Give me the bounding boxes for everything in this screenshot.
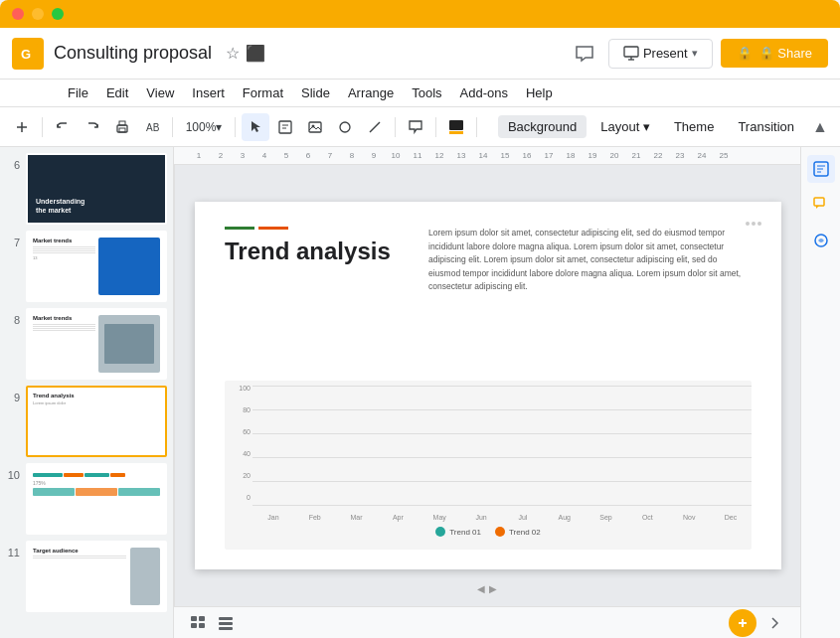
ruler-marks-top: 1 2 3 4 5 6 7 8 9 10 11 12 13 14 15 16 1… bbox=[188, 151, 735, 160]
x-label-feb: Feb bbox=[294, 514, 336, 521]
shape-tool[interactable] bbox=[331, 113, 359, 141]
star-icon[interactable]: ☆ bbox=[226, 44, 240, 63]
pointer-tool[interactable] bbox=[242, 113, 269, 141]
chart-bars bbox=[252, 386, 750, 505]
svg-rect-33 bbox=[814, 198, 824, 206]
menu-tools[interactable]: Tools bbox=[404, 81, 449, 104]
slide-item-7[interactable]: 7 Market trends 13 bbox=[6, 231, 167, 302]
line-tool[interactable] bbox=[361, 113, 389, 141]
svg-rect-20 bbox=[191, 616, 197, 621]
slide-thumb-9[interactable]: Trend analysis Lorem ipsum dolor bbox=[26, 386, 167, 457]
slide-menu-dots[interactable] bbox=[746, 222, 761, 226]
y-label-60: 60 bbox=[227, 428, 251, 435]
menu-view[interactable]: View bbox=[138, 81, 182, 104]
menu-slide[interactable]: Slide bbox=[293, 81, 338, 104]
x-label-apr: Apr bbox=[377, 514, 419, 521]
grid-view-button[interactable] bbox=[186, 611, 210, 635]
present-button[interactable]: Present ▾ bbox=[608, 39, 713, 69]
slide-thumb-8[interactable]: Market trends bbox=[26, 308, 167, 380]
legend-trend01: Trend 01 bbox=[435, 527, 481, 537]
svg-rect-2 bbox=[624, 47, 638, 57]
menu-edit[interactable]: Edit bbox=[98, 81, 136, 104]
svg-text:G: G bbox=[21, 47, 31, 62]
slide-item-8[interactable]: 8 Market trends bbox=[6, 308, 167, 380]
slide-thumb-10[interactable]: 175% bbox=[26, 463, 167, 535]
toolbar-sep-6 bbox=[476, 117, 477, 137]
chart-legend: Trend 01 Trend 02 bbox=[225, 527, 752, 541]
slide-number-7: 7 bbox=[6, 237, 20, 248]
tab-layout[interactable]: Layout ▾ bbox=[590, 115, 660, 138]
menu-help[interactable]: Help bbox=[518, 81, 561, 104]
comments-panel-button[interactable] bbox=[807, 191, 835, 219]
toolbar-sep-3 bbox=[235, 117, 236, 137]
legend-trend02: Trend 02 bbox=[495, 527, 541, 537]
image-tool[interactable] bbox=[301, 113, 329, 141]
toolbar-sep-2 bbox=[172, 117, 173, 137]
x-label-may: May bbox=[419, 514, 460, 521]
comment-icon[interactable] bbox=[569, 38, 600, 70]
tab-theme[interactable]: Theme bbox=[664, 115, 724, 138]
x-label-dec: Dec bbox=[710, 514, 752, 521]
accent-line-orange bbox=[258, 227, 288, 230]
svg-marker-34 bbox=[816, 206, 819, 209]
doc-title[interactable]: Consulting proposal bbox=[54, 43, 212, 64]
undo-button[interactable] bbox=[49, 113, 77, 141]
slide-thumb-6[interactable]: Understandingthe market bbox=[26, 153, 167, 225]
slide-canvas[interactable]: Trend analysis Lorem ipsum dolor sit ame… bbox=[195, 202, 781, 569]
canvas-area: 1 2 3 4 5 6 7 8 9 10 11 12 13 14 15 16 1… bbox=[174, 147, 800, 638]
x-label-mar: Mar bbox=[336, 514, 378, 521]
menu-arrange[interactable]: Arrange bbox=[340, 81, 402, 104]
minimize-button[interactable] bbox=[32, 8, 44, 20]
legend-dot-orange bbox=[495, 527, 505, 537]
menu-addons[interactable]: Add-ons bbox=[452, 81, 516, 104]
redo-button[interactable] bbox=[79, 113, 106, 141]
slide-number-9: 9 bbox=[6, 392, 20, 403]
slide-panel[interactable]: 6 Understandingthe market 7 Market trend… bbox=[0, 147, 174, 638]
text-tool[interactable] bbox=[271, 113, 299, 141]
zoom-button[interactable]: 100%▾ bbox=[179, 113, 229, 141]
scroll-arrows[interactable]: ◀ ▶ bbox=[477, 583, 497, 594]
chart-container: 0 20 40 60 80 100 bbox=[225, 381, 752, 550]
print-button[interactable] bbox=[108, 113, 136, 141]
menu-file[interactable]: File bbox=[60, 81, 96, 104]
share-button[interactable]: 🔒 🔒 Share bbox=[721, 39, 828, 68]
title-bar bbox=[0, 0, 840, 28]
ruler-top: 1 2 3 4 5 6 7 8 9 10 11 12 13 14 15 16 1… bbox=[174, 147, 800, 165]
collapse-toolbar-button[interactable]: ▲ bbox=[808, 115, 832, 139]
comment-tool[interactable] bbox=[402, 113, 429, 141]
dot-1 bbox=[746, 222, 750, 226]
x-label-jun: Jun bbox=[460, 514, 502, 521]
legend-dot-teal bbox=[435, 527, 445, 537]
spellcheck-button[interactable]: AB bbox=[138, 113, 166, 141]
scroll-right-arrow[interactable]: ▶ bbox=[489, 583, 497, 594]
slide-number-6: 6 bbox=[6, 159, 20, 171]
toolbar-sep-5 bbox=[435, 117, 436, 137]
svg-rect-26 bbox=[219, 627, 233, 630]
slide-item-10[interactable]: 10 175% bbox=[6, 463, 167, 535]
ai-panel-button[interactable] bbox=[807, 227, 835, 254]
accent-line-green bbox=[225, 227, 254, 230]
slide-item-9[interactable]: 9 Trend analysis Lorem ipsum dolor bbox=[6, 386, 167, 457]
slide-thumb-7[interactable]: Market trends 13 bbox=[26, 231, 167, 302]
slide-item-6[interactable]: 6 Understandingthe market bbox=[6, 153, 167, 225]
next-slide-button[interactable] bbox=[760, 609, 788, 637]
list-view-button[interactable] bbox=[214, 611, 238, 635]
scroll-left-arrow[interactable]: ◀ bbox=[477, 583, 485, 594]
folder-icon[interactable]: ⬛ bbox=[246, 44, 265, 63]
add-slide-button[interactable] bbox=[729, 609, 756, 637]
explore-panel-button[interactable] bbox=[807, 155, 835, 183]
maximize-button[interactable] bbox=[52, 8, 64, 20]
x-label-aug: Aug bbox=[544, 514, 586, 521]
chart-y-axis: 0 20 40 60 80 100 bbox=[225, 381, 252, 505]
tab-background[interactable]: Background bbox=[498, 115, 587, 138]
tab-transition[interactable]: Transition bbox=[728, 115, 804, 138]
menu-format[interactable]: Format bbox=[235, 81, 291, 104]
x-label-jul: Jul bbox=[502, 514, 544, 521]
slide-item-11[interactable]: 11 Target audience bbox=[6, 541, 167, 612]
svg-rect-18 bbox=[449, 120, 463, 130]
fill-color-button[interactable] bbox=[442, 113, 470, 141]
slide-thumb-11[interactable]: Target audience bbox=[26, 541, 167, 612]
add-button[interactable] bbox=[8, 113, 36, 141]
close-button[interactable] bbox=[12, 8, 24, 20]
menu-insert[interactable]: Insert bbox=[184, 81, 233, 104]
